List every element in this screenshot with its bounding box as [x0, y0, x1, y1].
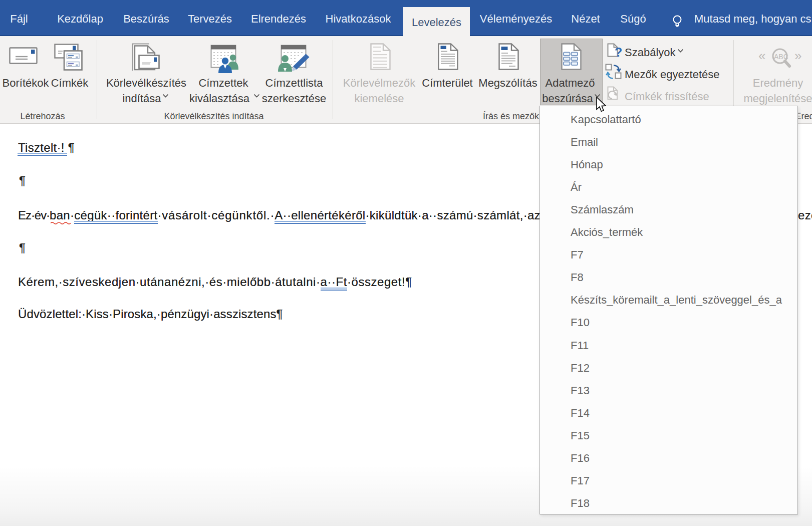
- svg-text:ABC: ABC: [774, 53, 788, 61]
- svg-text:«: «: [758, 48, 765, 63]
- svg-text:»: »: [794, 48, 801, 63]
- svg-text:?: ?: [615, 45, 622, 58]
